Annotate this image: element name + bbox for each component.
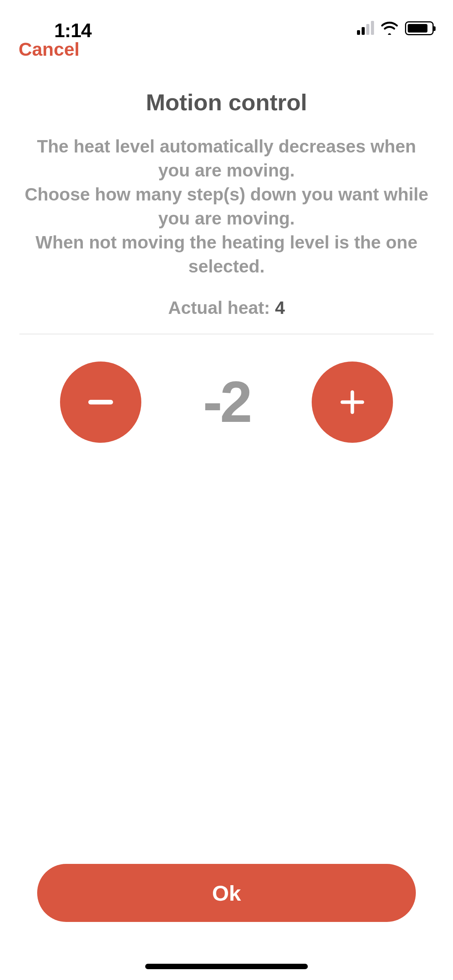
plus-icon: [340, 390, 365, 415]
wifi-icon: [381, 22, 398, 35]
battery-icon: [405, 21, 434, 35]
status-icons: [357, 21, 434, 35]
cellular-signal-icon: [357, 22, 374, 35]
step-stepper: -2: [19, 362, 434, 443]
nav-bar: Cancel: [0, 39, 453, 77]
content-area: Motion control The heat level automatica…: [0, 89, 453, 443]
increase-button[interactable]: [312, 362, 393, 443]
step-value: -2: [184, 368, 269, 435]
actual-heat-label: Actual heat:: [168, 298, 275, 318]
page-title: Motion control: [19, 89, 434, 116]
divider: [19, 334, 434, 334]
status-bar: 1:14: [0, 0, 453, 43]
ok-button[interactable]: Ok: [37, 864, 416, 922]
decrease-button[interactable]: [60, 362, 141, 443]
actual-heat-row: Actual heat: 4: [19, 297, 434, 318]
cancel-button[interactable]: Cancel: [19, 39, 79, 60]
home-indicator: [145, 964, 308, 969]
battery-level: [408, 24, 427, 33]
minus-icon: [88, 400, 113, 404]
actual-heat-value: 4: [275, 298, 285, 318]
page-description: The heat level automatically decreases w…: [23, 134, 430, 279]
